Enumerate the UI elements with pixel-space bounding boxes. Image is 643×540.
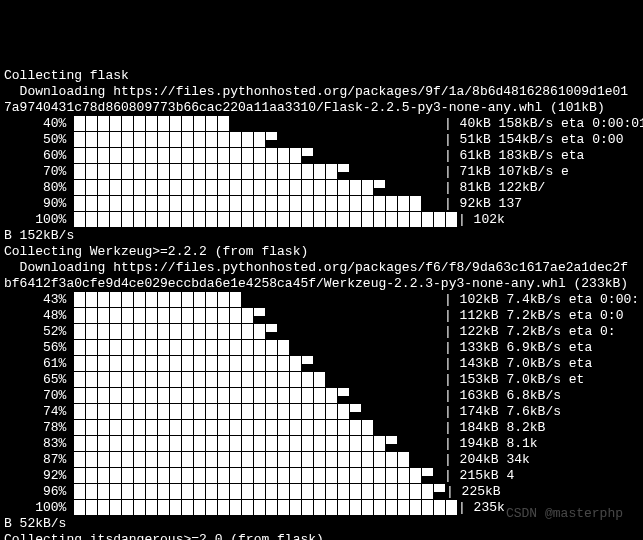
progress-percent: 80% |: [4, 180, 74, 196]
flask-progress-row-0: 40% || 40kB 158kB/s eta 0:00:01: [4, 116, 639, 132]
terminal-line-mid-1: Downloading https://files.pythonhosted.o…: [4, 260, 639, 276]
flask-tail-line: B 152kB/s: [4, 228, 639, 244]
progress-status: | 215kB 4: [444, 468, 639, 484]
flask-progress-row-1: 50% || 51kB 154kB/s eta 0:00: [4, 132, 639, 148]
progress-bar: [74, 372, 326, 387]
flask-progress-row-3: 70% || 71kB 107kB/s e: [4, 164, 639, 180]
progress-percent: 83% |: [4, 436, 74, 452]
progress-status: | 61kB 183kB/s eta: [444, 148, 639, 164]
terminal-line-mid-0: Collecting Werkzeug>=2.2.2 (from flask): [4, 244, 639, 260]
werkzeug-progress-row-1: 48% || 112kB 7.2kB/s eta 0:0: [4, 308, 639, 324]
progress-status: | 225kB: [446, 484, 639, 500]
progress-status: | 102k: [458, 212, 639, 228]
progress-status: | 92kB 137: [444, 196, 639, 212]
flask-progress-row-6: 100% || 102k: [4, 212, 639, 228]
progress-percent: 43% |: [4, 292, 74, 308]
progress-status: | 40kB 158kB/s eta 0:00:01: [444, 116, 643, 132]
progress-percent: 100% |: [4, 500, 74, 516]
progress-percent: 90% |: [4, 196, 74, 212]
progress-bar: [74, 196, 422, 211]
progress-bar: [74, 484, 446, 499]
progress-bar: [74, 436, 398, 451]
progress-bar: [74, 420, 374, 435]
progress-bar: [74, 324, 278, 339]
progress-status: | 122kB 7.2kB/s eta 0:: [444, 324, 639, 340]
progress-status: | 174kB 7.6kB/s: [444, 404, 639, 420]
progress-bar: [74, 308, 266, 323]
werkzeug-tail-line: B 52kB/s: [4, 516, 639, 532]
progress-status: | 133kB 6.9kB/s eta: [444, 340, 639, 356]
progress-bar: [74, 132, 278, 147]
progress-bar: [74, 212, 458, 227]
progress-bar: [74, 340, 290, 355]
progress-percent: 92% |: [4, 468, 74, 484]
flask-progress-row-2: 60% || 61kB 183kB/s eta: [4, 148, 639, 164]
werkzeug-progress-row-13: 100% || 235k: [4, 500, 639, 516]
progress-status: | 235k: [458, 500, 639, 516]
progress-status: | 163kB 6.8kB/s: [444, 388, 639, 404]
terminal-line-mid-2: bf6412f3a0cfe9d4ce029eccbda6e1e4258ca45f…: [4, 276, 639, 292]
progress-percent: 100% |: [4, 212, 74, 228]
progress-bar: [74, 356, 314, 371]
progress-bar: [74, 292, 242, 307]
progress-percent: 52% |: [4, 324, 74, 340]
werkzeug-progress-row-6: 70% || 163kB 6.8kB/s: [4, 388, 639, 404]
progress-percent: 70% |: [4, 388, 74, 404]
progress-bar: [74, 116, 230, 131]
terminal-line-top-0: Collecting flask: [4, 68, 639, 84]
werkzeug-progress-row-4: 61% || 143kB 7.0kB/s eta: [4, 356, 639, 372]
progress-percent: 61% |: [4, 356, 74, 372]
progress-status: | 143kB 7.0kB/s eta: [444, 356, 639, 372]
progress-percent: 87% |: [4, 452, 74, 468]
progress-percent: 60% |: [4, 148, 74, 164]
progress-status: | 112kB 7.2kB/s eta 0:0: [444, 308, 639, 324]
progress-status: | 71kB 107kB/s e: [444, 164, 639, 180]
flask-progress-row-4: 80% || 81kB 122kB/: [4, 180, 639, 196]
progress-percent: 74% |: [4, 404, 74, 420]
progress-status: | 184kB 8.2kB: [444, 420, 639, 436]
werkzeug-progress-row-2: 52% || 122kB 7.2kB/s eta 0:: [4, 324, 639, 340]
werkzeug-progress-row-10: 87% || 204kB 34k: [4, 452, 639, 468]
progress-bar: [74, 468, 434, 483]
progress-bar: [74, 452, 410, 467]
progress-percent: 70% |: [4, 164, 74, 180]
werkzeug-progress-row-12: 96% || 225kB: [4, 484, 639, 500]
werkzeug-progress-row-11: 92% || 215kB 4: [4, 468, 639, 484]
werkzeug-progress-row-8: 78% || 184kB 8.2kB: [4, 420, 639, 436]
progress-status: | 194kB 8.1k: [444, 436, 639, 452]
progress-bar: [74, 148, 314, 163]
werkzeug-progress-row-3: 56% || 133kB 6.9kB/s eta: [4, 340, 639, 356]
werkzeug-progress-row-7: 74% || 174kB 7.6kB/s: [4, 404, 639, 420]
progress-percent: 78% |: [4, 420, 74, 436]
werkzeug-progress-row-0: 43% || 102kB 7.4kB/s eta 0:00:: [4, 292, 639, 308]
progress-status: | 51kB 154kB/s eta 0:00: [444, 132, 639, 148]
progress-bar: [74, 164, 350, 179]
progress-percent: 96% |: [4, 484, 74, 500]
progress-status: | 102kB 7.4kB/s eta 0:00:: [444, 292, 639, 308]
progress-bar: [74, 180, 386, 195]
progress-bar: [74, 500, 458, 515]
progress-status: | 81kB 122kB/: [444, 180, 639, 196]
progress-percent: 40% |: [4, 116, 74, 132]
progress-status: | 204kB 34k: [444, 452, 639, 468]
progress-percent: 50% |: [4, 132, 74, 148]
flask-progress-row-5: 90% || 92kB 137: [4, 196, 639, 212]
progress-bar: [74, 388, 350, 403]
progress-percent: 65% |: [4, 372, 74, 388]
werkzeug-progress-row-5: 65% || 153kB 7.0kB/s et: [4, 372, 639, 388]
progress-status: | 153kB 7.0kB/s et: [444, 372, 639, 388]
terminal-line-bottom-0: Collecting itsdangerous>=2.0 (from flask…: [4, 532, 639, 540]
progress-percent: 48% |: [4, 308, 74, 324]
terminal-line-top-2: 7a9740431c78d860809773b66cac220a11aa3310…: [4, 100, 639, 116]
progress-percent: 56% |: [4, 340, 74, 356]
terminal-line-top-1: Downloading https://files.pythonhosted.o…: [4, 84, 639, 100]
progress-bar: [74, 404, 362, 419]
werkzeug-progress-row-9: 83% || 194kB 8.1k: [4, 436, 639, 452]
